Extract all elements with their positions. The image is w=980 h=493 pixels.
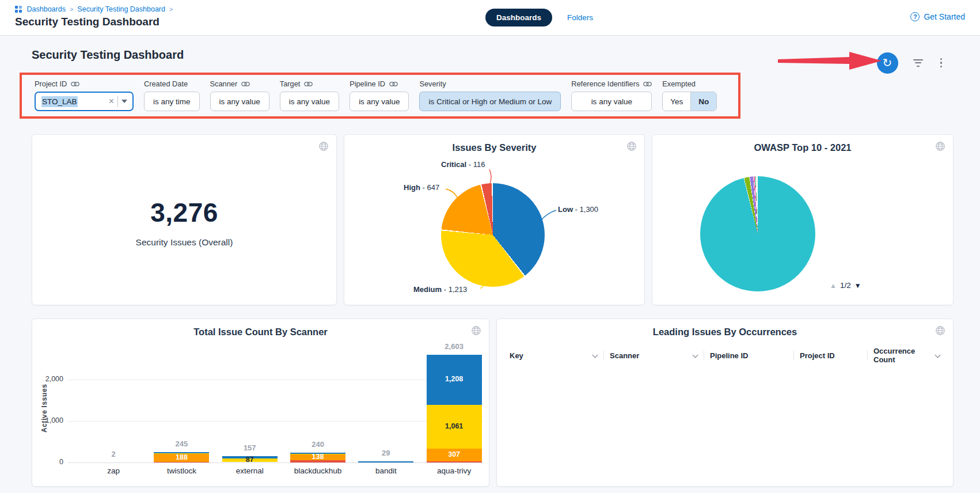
bar-segment-critical[interactable] [154, 462, 209, 462]
breadcrumb-separator: > [70, 6, 73, 13]
filter-group-project-id: Project IDSTO_LAB× [35, 79, 134, 111]
pie-label-critical: Critical - 116 [441, 160, 485, 169]
filter-exempted-toggle: YesNo [662, 92, 717, 111]
filter-label-scanner: Scanner [210, 79, 269, 88]
annotation-arrow [777, 51, 884, 71]
filter-label-severity: Severity [419, 79, 561, 88]
page-up-icon[interactable]: ▲ [830, 282, 837, 290]
owasp-top10-card: OWASP Top 10 - 2021 ▲ 1/2 ▼ [652, 134, 954, 305]
bar-segment-medium[interactable] [154, 453, 209, 454]
table-title: Leading Issues By Occurrences [497, 327, 953, 337]
tab-dashboards[interactable]: Dashboards [485, 9, 552, 26]
kpi-value: 3,276 [150, 197, 218, 228]
sort-chevron-icon[interactable] [935, 353, 940, 358]
header-tabs: DashboardsFolders [485, 9, 593, 26]
breadcrumb-link-security-testing-dashboard[interactable]: Security Testing Dashboard [77, 5, 165, 13]
column-header-scanner[interactable]: Scanner [603, 350, 704, 361]
filter-group-scanner: Scanneris any value [210, 79, 269, 111]
bar-total-label: 245 [147, 439, 216, 448]
link-icon [71, 81, 79, 87]
help-circle-icon: ? [910, 12, 920, 21]
y-tick-label: 1,000 [32, 416, 63, 424]
filters-toggle-icon[interactable] [911, 57, 925, 69]
bar-segment-high[interactable] [290, 454, 345, 460]
bar-segment-low[interactable] [154, 452, 209, 453]
bar-total-label: 157 [215, 443, 284, 452]
get-started-label: Get Started [924, 12, 965, 21]
bar-aqua-trivy[interactable] [427, 319, 482, 462]
clear-icon[interactable]: × [109, 97, 114, 106]
bar-segment-critical[interactable] [427, 461, 482, 462]
filter-project-id-combobox[interactable]: STO_LAB× [35, 92, 134, 111]
pie-label-high: High - 647 [404, 183, 439, 192]
breadcrumb-link-dashboards[interactable]: Dashboards [27, 5, 66, 13]
owasp-pie-chart[interactable] [700, 176, 815, 291]
page-indicator: 1/2 [840, 281, 851, 290]
bar-zap[interactable] [86, 319, 141, 462]
issues-by-severity-card: Issues By Severity Low - 1,300 Medium - … [344, 134, 645, 305]
column-header-label: Key [510, 351, 523, 360]
filter-group-reference-identifiers: Reference Identifiersis any value [571, 79, 652, 111]
bar-external[interactable] [222, 319, 278, 462]
sort-chevron-icon[interactable] [693, 353, 698, 358]
column-header-pipeline-id[interactable]: Pipeline ID [704, 350, 793, 361]
filter-label-text: Exempted [662, 79, 696, 88]
toggle-option-yes[interactable]: Yes [663, 92, 690, 111]
link-icon [241, 81, 250, 87]
column-header-label: Occurrence Count [873, 347, 932, 364]
filter-label-project-id: Project ID [35, 79, 134, 88]
bar-total-label: 2 [79, 450, 148, 458]
kebab-menu-icon[interactable] [938, 56, 945, 70]
bar-segment-low[interactable] [427, 355, 482, 405]
bar-segment-medium[interactable] [290, 454, 345, 454]
dashboard-content: Security Testing Dashboard ↻ Project IDS… [0, 36, 980, 493]
bar-segment-high[interactable] [154, 454, 209, 462]
pie-pagination: ▲ 1/2 ▼ [830, 281, 861, 290]
filter-severity-value-button[interactable]: is Critical or High or Medium or Low [419, 92, 561, 111]
refresh-icon: ↻ [883, 57, 892, 69]
filter-scanner-value-button[interactable]: is any value [210, 92, 269, 111]
bar-segment-low[interactable] [358, 461, 413, 462]
pie-label-low: Low - 1,300 [558, 205, 598, 214]
filter-group-target: Targetis any value [280, 79, 339, 111]
tab-folders[interactable]: Folders [567, 13, 593, 22]
column-header-occurrence-count[interactable]: Occurrence Count [867, 350, 946, 361]
dropdown-caret-icon[interactable] [121, 100, 127, 103]
combo-divider [117, 96, 118, 107]
page-down-icon[interactable]: ▼ [854, 282, 861, 290]
filter-pipeline-id-value-button[interactable]: is any value [350, 92, 409, 111]
x-axis-label-blackduckhub: blackduckhub [284, 467, 352, 475]
bar-segment-low[interactable] [222, 456, 278, 458]
filter-label-text: Target [280, 79, 301, 88]
column-header-project-id[interactable]: Project ID [793, 350, 867, 361]
filter-target-value-button[interactable]: is any value [280, 92, 339, 111]
get-started-link[interactable]: ? Get Started [910, 12, 965, 21]
bar-total-label: 240 [283, 440, 352, 449]
column-header-key[interactable]: Key [504, 350, 603, 361]
filter-label-text: Scanner [210, 79, 238, 88]
x-axis-label-twistlock: twistlock [147, 467, 215, 475]
filter-label-text: Pipeline ID [350, 79, 385, 88]
bar-segment-critical[interactable] [290, 460, 345, 462]
filter-label-text: Project ID [35, 79, 67, 88]
filter-label-exempted: Exempted [662, 79, 717, 88]
bar-segment-medium[interactable] [427, 405, 482, 449]
toggle-option-no[interactable]: No [690, 92, 716, 111]
issue-count-by-scanner-card: Total Issue Count By Scanner Active Issu… [32, 318, 489, 487]
filter-reference-identifiers-value-button[interactable]: is any value [571, 92, 652, 111]
sort-chevron-icon[interactable] [592, 353, 598, 358]
combo-selected-value: STO_LAB [41, 96, 78, 107]
severity-pie-chart[interactable] [441, 183, 545, 287]
top-header-bar: Dashboards>Security Testing Dashboard> S… [0, 0, 980, 36]
filter-created-date-value-button[interactable]: is any time [144, 92, 200, 111]
filter-label-pipeline-id: Pipeline ID [350, 79, 409, 88]
refresh-button[interactable]: ↻ [877, 52, 898, 74]
annotation-highlight-box: Project IDSTO_LAB×Created Dateis any tim… [20, 73, 740, 119]
filter-label-target: Target [280, 79, 339, 88]
bar-bandit[interactable] [358, 319, 413, 462]
bar-segment-low[interactable] [290, 453, 345, 454]
y-tick-label: 2,000 [32, 375, 63, 383]
bar-segment-medium[interactable] [222, 458, 278, 462]
bar-segment-high[interactable] [427, 449, 482, 461]
filter-bar: Project IDSTO_LAB×Created Dateis any tim… [22, 75, 738, 116]
